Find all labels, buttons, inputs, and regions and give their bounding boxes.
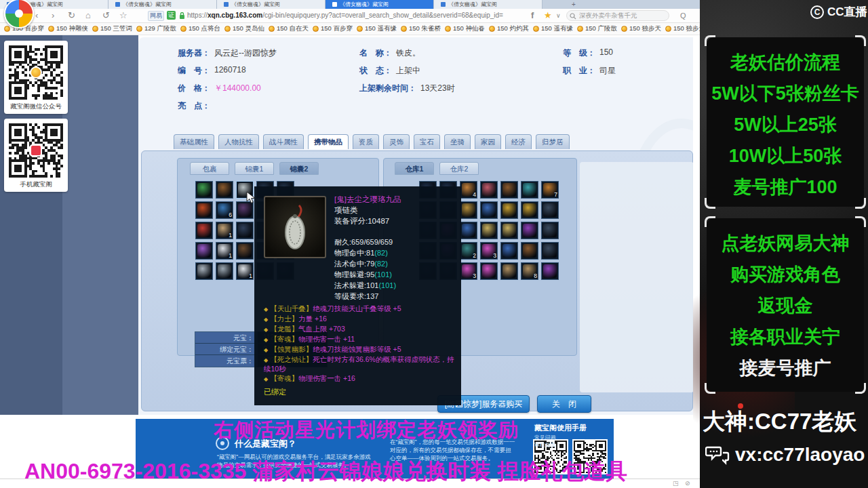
item-slot[interactable] [195, 181, 213, 199]
item-slot[interactable] [216, 262, 233, 280]
info-value: 风云起--游园惊梦 [214, 47, 277, 65]
bookmark-coin-icon [357, 26, 363, 32]
bookmark-item[interactable]: 150 灵岛仙 [224, 24, 264, 33]
item-slot[interactable] [500, 201, 518, 219]
bookmark-item[interactable]: 150 朱雀桥 [401, 24, 441, 33]
tab-资质[interactable]: 资质 [353, 134, 379, 149]
item-slot[interactable]: 7 [541, 181, 559, 199]
item-slot[interactable]: 8 [521, 262, 538, 280]
bookmark-item[interactable]: 129 广陵散 [136, 24, 176, 33]
chevron-down-icon[interactable]: ∨ [556, 9, 561, 22]
browser-tab[interactable]: 《倩女幽魂》藏宝阁 [326, 0, 434, 9]
new-tab-button[interactable]: + [567, 0, 580, 9]
item-slot[interactable] [500, 181, 518, 199]
close-button[interactable]: 关 闭 [537, 395, 591, 413]
home-icon[interactable]: ⌂ [85, 9, 91, 22]
item-slot[interactable] [500, 242, 518, 260]
item-slot[interactable] [195, 242, 213, 260]
item-slot[interactable] [480, 222, 498, 239]
item-slot[interactable] [521, 242, 538, 260]
bookmark-item[interactable]: 150 神雕侠 [48, 24, 88, 33]
item-slot[interactable] [195, 201, 213, 219]
footer-link[interactable]: 审核相关 [534, 441, 556, 449]
subtab-仓库1[interactable]: 仓库1 [395, 162, 434, 175]
bookmark-item[interactable]: 150 遥有缘 [357, 24, 397, 33]
tab-经济[interactable]: 经济 [505, 134, 532, 149]
browser-tab[interactable]: 《倩女幽魂》藏宝阁 [108, 0, 217, 9]
item-slot[interactable]: 4 [460, 181, 477, 199]
item-slot[interactable] [541, 242, 559, 260]
share-icon[interactable]: f [531, 9, 534, 22]
tab-宝石[interactable]: 宝石 [414, 134, 440, 149]
item-slot[interactable] [541, 262, 559, 280]
bookmark-item[interactable]: 150 点将台 [180, 24, 220, 33]
address-bar[interactable]: 网易 证 https://xqn.cbg.163.com/cgi-bin/equ… [148, 10, 521, 22]
tab-坐骑[interactable]: 坐骑 [444, 134, 471, 149]
restore-icon[interactable]: ◳ [673, 480, 679, 487]
item-slot[interactable]: 1 [216, 222, 233, 239]
item-slot[interactable] [500, 262, 518, 280]
back-icon[interactable]: ‹ [35, 9, 38, 22]
item-icon [482, 264, 496, 278]
history-icon[interactable]: ↺ [102, 9, 110, 22]
browser-tab[interactable]: 《倩女幽魂》藏宝阁 [217, 0, 326, 9]
footer-link[interactable]: 常见问题 [534, 434, 556, 441]
favorite-star-icon[interactable]: ★ [544, 9, 552, 22]
tab-战斗属性[interactable]: 战斗属性 [263, 134, 304, 149]
item-slot[interactable] [216, 181, 233, 199]
item-slot[interactable]: 3 [480, 242, 498, 260]
bookmark-item[interactable]: 150 广陵散 [577, 24, 617, 33]
bookmark-item[interactable]: 150 独步天 [665, 24, 700, 33]
item-slot[interactable] [480, 201, 498, 219]
cc-logo-icon: C [810, 5, 824, 19]
subtab-锦囊2[interactable]: 锦囊2 [279, 162, 319, 175]
item-slot[interactable]: 2 [460, 242, 477, 260]
refresh-icon[interactable]: ↻ [68, 9, 75, 22]
item-slot[interactable] [521, 201, 538, 219]
item-slot[interactable] [480, 181, 498, 199]
bookmark-coin-icon [621, 26, 627, 32]
item-slot[interactable] [480, 262, 498, 280]
item-slot[interactable]: 3 [460, 262, 477, 280]
bookmark-item[interactable]: 150 自在天 [269, 24, 309, 33]
subtab-包裹[interactable]: 包裹 [190, 162, 229, 175]
stat-extra: (101) [374, 270, 392, 279]
item-slot[interactable]: 6 [216, 201, 233, 219]
search-input[interactable]: 深夜外卖牛杂售千元 [566, 10, 669, 21]
item-icon [502, 224, 516, 237]
item-slot[interactable] [521, 181, 538, 199]
bookmark-item[interactable]: 150 遥有缘 [533, 24, 573, 33]
item-slot[interactable]: 1 [236, 262, 254, 280]
browser-tab[interactable]: 《倩女幽魂》藏宝阁 [434, 0, 542, 9]
bookmark-item[interactable]: 150 百步穿 [313, 24, 353, 33]
item-count: 3 [493, 252, 496, 259]
item-slot[interactable] [236, 242, 254, 260]
item-slot[interactable] [236, 222, 254, 239]
subtab-锦囊1[interactable]: 锦囊1 [235, 162, 274, 175]
tab-家园[interactable]: 家园 [475, 134, 501, 149]
browser-logo-icon[interactable] [4, 0, 34, 28]
bookmark-item[interactable]: 150 灼灼其 [489, 24, 529, 33]
bookmark-item[interactable]: 150 神仙眷 [445, 24, 485, 33]
bookmark-item[interactable]: 150 三笠词 [92, 24, 132, 33]
item-slot[interactable]: 1 [216, 242, 233, 260]
forward-icon[interactable]: › [52, 9, 54, 22]
item-slot[interactable] [521, 222, 538, 239]
qr-scan-icon[interactable]: Q [680, 9, 686, 22]
block-icon[interactable]: ⊘ [685, 480, 690, 487]
item-slot[interactable] [195, 222, 213, 239]
tab-人物抗性[interactable]: 人物抗性 [218, 134, 259, 149]
tab-基础属性[interactable]: 基础属性 [174, 134, 214, 149]
tab-灵饰[interactable]: 灵饰 [383, 134, 410, 149]
item-slot[interactable] [541, 201, 559, 219]
tab-携带物品[interactable]: 携带物品 [308, 134, 349, 149]
tab-归梦居[interactable]: 归梦居 [536, 134, 570, 149]
item-slot[interactable] [541, 222, 559, 239]
subtab-仓库2[interactable]: 仓库2 [439, 162, 479, 175]
item-slot[interactable] [500, 222, 518, 239]
bookmark-star-icon[interactable]: ☆ [119, 9, 127, 22]
item-slot[interactable] [460, 222, 477, 239]
bookmark-item[interactable]: 150 独步天 [621, 24, 661, 33]
item-slot[interactable] [460, 201, 477, 219]
item-slot[interactable] [195, 262, 213, 280]
